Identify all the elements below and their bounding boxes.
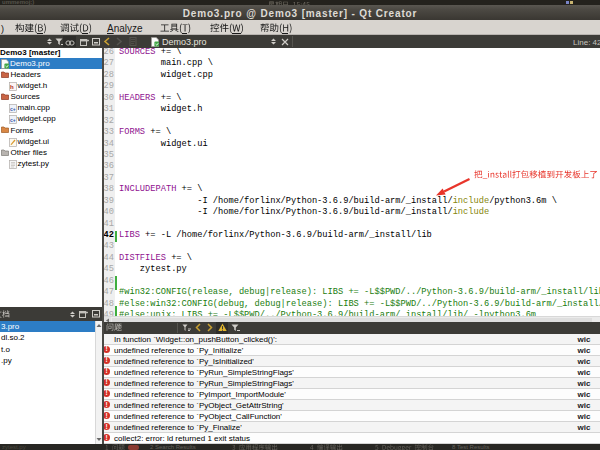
svg-text:c+: c+: [10, 106, 16, 112]
svg-text:c+: c+: [10, 117, 16, 123]
svg-text:h: h: [10, 84, 14, 90]
